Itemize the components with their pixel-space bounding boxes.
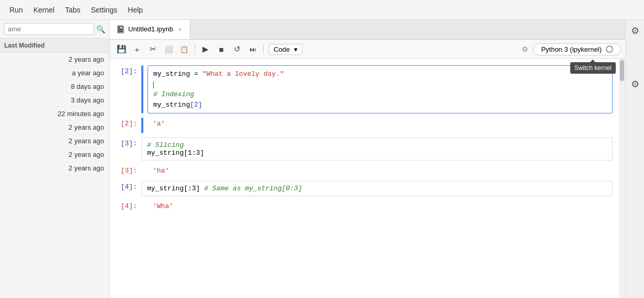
toolbar-separator-2 <box>263 44 264 54</box>
copy-button[interactable]: ⬜ <box>161 42 176 56</box>
paste-button[interactable]: 📋 <box>177 42 191 56</box>
kernel-area: ⚙ Python 3 (ipykernel) Switch kernel <box>519 43 621 55</box>
cells-scroll-area: [2]:my_string = "What a lovely day."# In… <box>110 59 625 298</box>
menu-tabs[interactable]: Tabs <box>60 4 86 16</box>
cell-row: [4]:'Wha' <box>110 199 619 213</box>
kernel-status-icon: ⚙ <box>519 44 530 54</box>
right-gear-panel: ⚙ ⚙ <box>625 20 644 298</box>
menu-settings[interactable]: Settings <box>86 4 123 16</box>
sidebar-item: a year ago <box>0 66 109 80</box>
sidebar: 🔍 Last Modified 2 years agoa year ago8 d… <box>0 20 110 298</box>
sidebar-item: 3 days ago <box>0 94 109 107</box>
cell-label: [4]: <box>110 181 141 191</box>
cell-label: [3]: <box>110 165 141 175</box>
kernel-name-label: Python 3 (ipykernel) <box>541 45 602 53</box>
settings-gear-icon[interactable]: ⚙ <box>631 25 639 37</box>
toolbar: 💾 + ✂ ⬜ 📋 ▶ ■ ↺ ⏭ Code ▾ ⚙ Python 3 (ipy… <box>110 40 625 59</box>
stop-button[interactable]: ■ <box>214 42 229 56</box>
cell-type-select[interactable]: Code ▾ <box>269 44 302 55</box>
cell-active-bar <box>141 65 143 113</box>
toolbar-separator-1 <box>195 44 195 54</box>
cell-row: [4]:my_string[:3] # Same as my_string[0:… <box>110 180 619 197</box>
cell-row: [2]:my_string = "What a lovely day."# In… <box>110 64 619 114</box>
cell-row: [3]:# Slicingmy_string[1:3] <box>110 136 619 162</box>
cells-scrollbar[interactable] <box>619 59 625 298</box>
search-input[interactable] <box>4 23 94 35</box>
kernel-button[interactable]: Python 3 (ipykernel) <box>533 43 621 55</box>
sidebar-item: 2 years ago <box>0 162 109 175</box>
cell-row: [3]:'ha' <box>110 164 619 178</box>
cut-button[interactable]: ✂ <box>145 42 160 56</box>
cell-output: 'Wha' <box>148 200 613 212</box>
menubar: Run Kernel Tabs Settings Help <box>0 0 644 20</box>
cell-type-arrow-icon: ▾ <box>294 45 298 53</box>
cell-label: [2]: <box>110 65 141 75</box>
search-icon[interactable]: 🔍 <box>96 25 105 33</box>
notebook-area: 📓 Untitled1.ipynb × 💾 + ✂ ⬜ 📋 ▶ ■ ↺ ⏭ Co… <box>110 20 625 298</box>
cell-active-bar <box>141 118 143 133</box>
cell-label: [4]: <box>110 200 141 210</box>
tab-title: Untitled1.ipynb <box>128 25 173 33</box>
cell-label: [3]: <box>110 137 141 147</box>
sidebar-item: 2 years ago <box>0 53 109 66</box>
extensions-gear-icon[interactable]: ⚙ <box>631 78 639 90</box>
sidebar-item: 2 years ago <box>0 148 109 162</box>
cell-row: [2]:'a' <box>110 117 619 134</box>
main-layout: 🔍 Last Modified 2 years agoa year ago8 d… <box>0 20 644 298</box>
tab-bar: 📓 Untitled1.ipynb × <box>110 20 625 40</box>
menu-kernel[interactable]: Kernel <box>28 4 60 16</box>
save-button[interactable]: 💾 <box>114 42 129 56</box>
restart-button[interactable]: ↺ <box>230 42 244 56</box>
run-button[interactable]: ▶ <box>198 42 213 56</box>
cell-input-plain[interactable]: # Slicingmy_string[1:3] <box>141 137 613 161</box>
sidebar-item: 8 days ago <box>0 80 109 94</box>
sidebar-content[interactable]: 2 years agoa year ago8 days ago3 days ag… <box>0 53 109 298</box>
sidebar-item: 22 minutes ago <box>0 107 109 121</box>
cells-container[interactable]: [2]:my_string = "What a lovely day."# In… <box>110 59 619 298</box>
cell-input-plain[interactable]: my_string[:3] # Same as my_string[0:3] <box>141 181 613 196</box>
menu-help[interactable]: Help <box>122 4 148 16</box>
cell-output: 'a' <box>148 118 613 130</box>
sidebar-item: 2 years ago <box>0 134 109 148</box>
add-cell-button[interactable]: + <box>130 42 144 56</box>
sidebar-search-bar: 🔍 <box>0 20 109 39</box>
kernel-circle-icon <box>606 45 613 53</box>
sidebar-item: 2 years ago <box>0 121 109 134</box>
switch-kernel-tooltip: Switch kernel <box>570 62 616 74</box>
cell-label: [2]: <box>110 118 141 128</box>
cell-input[interactable]: my_string = "What a lovely day."# Indexi… <box>148 65 613 113</box>
fast-forward-button[interactable]: ⏭ <box>245 42 260 56</box>
sidebar-header: Last Modified <box>0 39 109 53</box>
notebook-icon: 📓 <box>116 25 125 33</box>
tab-close-button[interactable]: × <box>176 25 184 33</box>
notebook-tab[interactable]: 📓 Untitled1.ipynb × <box>110 20 190 39</box>
scroll-thumb[interactable] <box>620 60 624 81</box>
cell-type-label: Code <box>274 45 290 53</box>
menu-run[interactable]: Run <box>4 4 28 16</box>
cell-output: 'ha' <box>148 165 613 177</box>
